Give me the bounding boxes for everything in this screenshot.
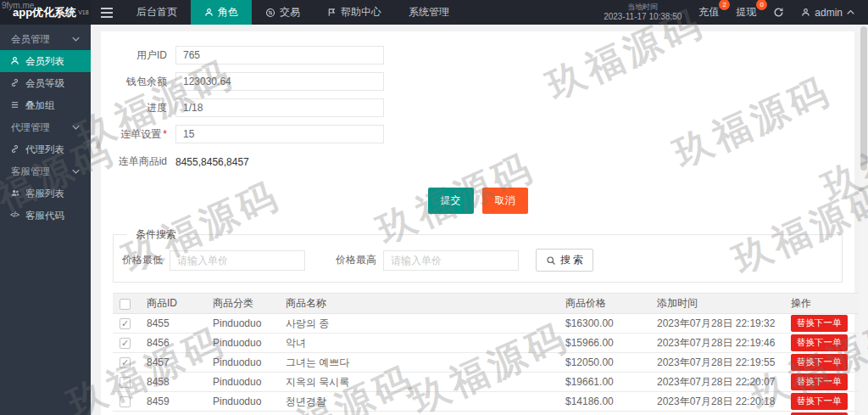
cell-added-time: 2023年07月28日 22:20:28 [650,412,784,415]
table-row: 8460 Pinduoduo 평결의 비밀 $31589.00 2023年07月… [113,412,859,415]
table-row: 8457 Pinduoduo 그녀는 예쁘다 $12050.00 2023年07… [113,353,859,373]
refresh-icon[interactable] [773,7,784,18]
replace-next-order-button[interactable]: 替换下一单 [791,315,848,332]
search-section: 条件搜索 价格最低 价格最高 搜 索 [113,234,843,283]
nav-help-label: 帮助中心 [341,5,381,20]
sidebar-item-agent-list[interactable]: 代理列表 [0,138,91,160]
cell-added-time: 2023年07月28日 22:20:07 [650,373,784,392]
nav-roles[interactable]: 角色 [191,0,252,25]
col-price: 商品价格 [559,294,650,314]
sidebar-item-stack-group[interactable]: 叠加组 [0,94,91,116]
field-label-wallet-balance: 钱包余额 [101,75,175,89]
sidebar-item-member-level-label: 会员等级 [25,77,64,90]
cell-category: Pinduoduo [206,412,279,415]
recharge-link[interactable]: 充值 2 [698,5,719,20]
cell-name: 평결의 비밀 [279,412,559,415]
search-button[interactable]: 搜 索 [536,249,593,272]
sidebar-group-members-label: 会员管理 [11,33,50,46]
cell-price: $16300.00 [559,314,650,334]
withdraw-link[interactable]: 提现 0 [736,5,756,20]
nav-trade[interactable]: 交易 [252,0,314,25]
withdraw-label: 提现 [736,6,756,18]
app-version-badge: V18 [78,9,88,15]
main-content: 用户ID 钱包余额 进度 连单设置* 连单商品id 8455,8456,8457… [91,25,868,415]
wallet-balance-input[interactable] [175,72,384,91]
submit-button[interactable]: 提交 [428,188,474,214]
table-row: 8459 Pinduoduo 청년경찰 $14186.00 2023年07月28… [113,392,859,412]
local-time-value: 2023-11-17 10:38:50 [604,12,682,23]
table-header-row: 商品ID 商品分类 商品名称 商品价格 添加时间 操作 [113,294,859,314]
scrollbar-thumb[interactable] [860,26,867,171]
row-checkbox[interactable] [120,377,131,388]
price-max-label: 价格最高 [336,253,376,267]
nav-system-label: 系统管理 [409,5,449,20]
replace-next-order-button[interactable]: 替换下一单 [791,393,848,410]
progress-input[interactable] [175,98,384,117]
sidebar-item-member-level[interactable]: 会员等级 [0,72,91,94]
table-row: 8456 Pinduoduo 악녀 $15966.00 2023年07月28日 … [113,334,859,353]
col-actions: 操作 [784,294,859,314]
user-name: admin [815,7,843,19]
top-nav: 后台首页 角色 交易 帮助中心 系统管理 [123,0,463,25]
people-icon [10,188,20,199]
search-icon [546,255,556,266]
sidebar-item-stack-group-label: 叠加组 [25,99,55,112]
hamburger-menu-icon[interactable] [91,0,123,25]
sidebar-group-service[interactable]: 客服管理 [0,160,91,182]
col-category: 商品分类 [206,294,279,314]
sidebar-group-members[interactable]: 会员管理 [0,28,91,50]
search-section-title: 条件搜索 [127,227,185,242]
replace-next-order-button[interactable]: 替换下一单 [791,354,848,371]
cell-category: Pinduoduo [206,373,279,392]
chain-setting-input[interactable] [175,125,384,143]
field-label-chain-product-ids: 连单商品id [101,154,175,169]
cell-product-id: 8460 [140,412,206,415]
sidebar-group-agents[interactable]: 代理管理 [0,116,91,138]
nav-home-label: 后台首页 [136,5,177,20]
caret-up-icon [847,9,854,15]
sidebar-item-service-code[interactable]: </> 客服代码 [0,205,91,227]
chevron-down-icon [72,36,80,42]
cell-name: 청년경찰 [279,392,559,412]
chevron-down-icon [72,125,80,130]
app-logo: app优化系统V18 [0,0,91,25]
sidebar-item-member-list[interactable]: 会员列表 [0,50,91,72]
cancel-button[interactable]: 取消 [482,188,528,214]
sidebar-item-agent-list-label: 代理列表 [25,143,64,156]
sidebar-item-member-list-label: 会员列表 [25,55,64,68]
sidebar-group-service-label: 客服管理 [11,165,50,178]
price-min-input[interactable] [170,250,305,271]
withdraw-badge: 0 [756,0,767,10]
replace-next-order-button[interactable]: 替换下一单 [791,373,848,390]
chevron-down-icon [72,169,80,174]
page-scrollbar[interactable] [860,25,868,415]
cell-price: $31589.00 [559,412,650,415]
table-row: 8455 Pinduoduo 사랑의 종 $16300.00 2023年07月2… [113,314,859,334]
recharge-label: 充值 [698,6,719,18]
cell-added-time: 2023年07月28日 22:19:32 [650,314,784,334]
sidebar: 会员管理 会员列表 会员等级 叠加组 代理管理 代理列表 客服管理 [0,25,91,415]
col-name: 商品名称 [279,294,559,314]
sidebar-item-service-code-label: 客服代码 [25,210,64,222]
cell-name: 지옥의 묵시록 [279,373,559,392]
cell-price: $12050.00 [559,353,650,373]
nav-home[interactable]: 后台首页 [123,0,191,25]
field-label-user-id: 用户ID [101,48,175,63]
nav-help[interactable]: 帮助中心 [314,0,395,25]
select-all-checkbox[interactable] [120,299,131,310]
flag-icon [327,8,337,17]
price-max-input[interactable] [383,250,519,271]
user-id-input[interactable] [175,46,384,64]
row-checkbox[interactable] [120,396,131,407]
replace-next-order-button[interactable]: 替换下一单 [791,334,848,351]
row-checkbox[interactable] [120,357,131,368]
nav-system[interactable]: 系统管理 [395,0,463,25]
sidebar-item-service-list[interactable]: 客服列表 [0,182,91,205]
row-checkbox[interactable] [120,338,131,349]
cell-name: 그녀는 예쁘다 [279,353,559,373]
table-row: 8458 Pinduoduo 지옥의 묵시록 $19661.00 2023年07… [113,373,859,392]
row-checkbox[interactable] [120,318,131,329]
user-menu[interactable]: admin [801,7,854,19]
cell-price: $15966.00 [559,334,650,353]
topbar-right: 当地时间 2023-11-17 10:38:50 充值 2 提现 0 admin [604,0,868,25]
